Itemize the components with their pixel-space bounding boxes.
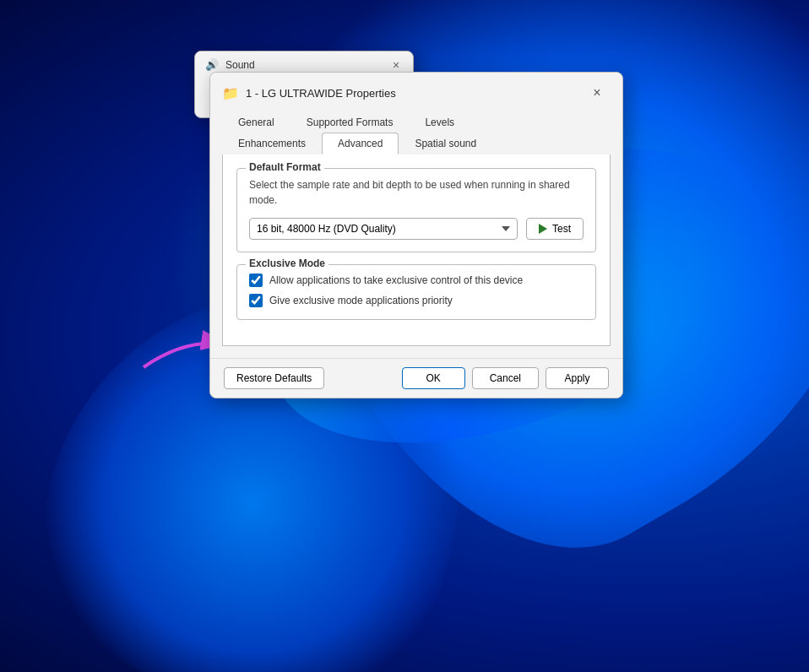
cancel-button[interactable]: Cancel bbox=[472, 367, 539, 389]
properties-dialog: 📁 1 - LG ULTRAWIDE Properties × General … bbox=[209, 72, 623, 398]
tab-levels[interactable]: Levels bbox=[409, 111, 470, 133]
tabs-row-top: General Supported Formats Levels bbox=[222, 111, 611, 133]
bottom-bar: Restore Defaults OK Cancel Apply bbox=[210, 358, 622, 398]
tab-content: Default Format Select the sample rate an… bbox=[222, 154, 611, 346]
tab-enhancements[interactable]: Enhancements bbox=[222, 133, 322, 154]
ok-button[interactable]: OK bbox=[402, 367, 465, 389]
tabs-row-bottom: Enhancements Advanced Spatial sound bbox=[222, 133, 611, 154]
titlebar-icon: 📁 bbox=[222, 85, 239, 101]
play-icon bbox=[539, 224, 547, 234]
sound-dialog-icon: 🔊 bbox=[205, 58, 219, 71]
default-format-group: Default Format Select the sample rate an… bbox=[236, 168, 596, 252]
default-format-legend: Default Format bbox=[246, 161, 324, 173]
exclusive-priority-label: Give exclusive mode applications priorit… bbox=[269, 295, 453, 306]
exclusive-mode-legend: Exclusive Mode bbox=[246, 257, 328, 269]
tab-general[interactable]: General bbox=[222, 111, 290, 133]
sound-dialog-close-button[interactable]: × bbox=[393, 60, 403, 70]
format-select[interactable]: 16 bit, 48000 Hz (DVD Quality) 16 bit, 4… bbox=[249, 218, 518, 240]
exclusive-control-checkbox[interactable] bbox=[249, 274, 263, 287]
tab-advanced[interactable]: Advanced bbox=[322, 133, 399, 154]
restore-defaults-button[interactable]: Restore Defaults bbox=[224, 367, 324, 389]
test-button-label: Test bbox=[552, 223, 571, 235]
titlebar-title: 1 - LG ULTRAWIDE Properties bbox=[246, 87, 577, 100]
exclusive-control-row: Allow applications to take exclusive con… bbox=[249, 274, 584, 287]
apply-button[interactable]: Apply bbox=[546, 367, 609, 389]
exclusive-mode-group: Exclusive Mode Allow applications to tak… bbox=[236, 264, 596, 320]
exclusive-control-label: Allow applications to take exclusive con… bbox=[269, 274, 523, 286]
tab-supported-formats[interactable]: Supported Formats bbox=[290, 111, 410, 133]
titlebar: 📁 1 - LG ULTRAWIDE Properties × bbox=[210, 73, 622, 111]
default-format-description: Select the sample rate and bit depth to … bbox=[249, 177, 584, 208]
test-button[interactable]: Test bbox=[526, 218, 584, 240]
tabs-container: General Supported Formats Levels Enhance… bbox=[210, 111, 622, 154]
format-selector-row: 16 bit, 48000 Hz (DVD Quality) 16 bit, 4… bbox=[249, 218, 584, 240]
sound-dialog-title: Sound bbox=[225, 59, 386, 71]
exclusive-priority-row: Give exclusive mode applications priorit… bbox=[249, 294, 584, 307]
close-button[interactable]: × bbox=[584, 81, 611, 105]
exclusive-priority-checkbox[interactable] bbox=[249, 294, 263, 307]
tab-spatial-sound[interactable]: Spatial sound bbox=[399, 133, 492, 154]
